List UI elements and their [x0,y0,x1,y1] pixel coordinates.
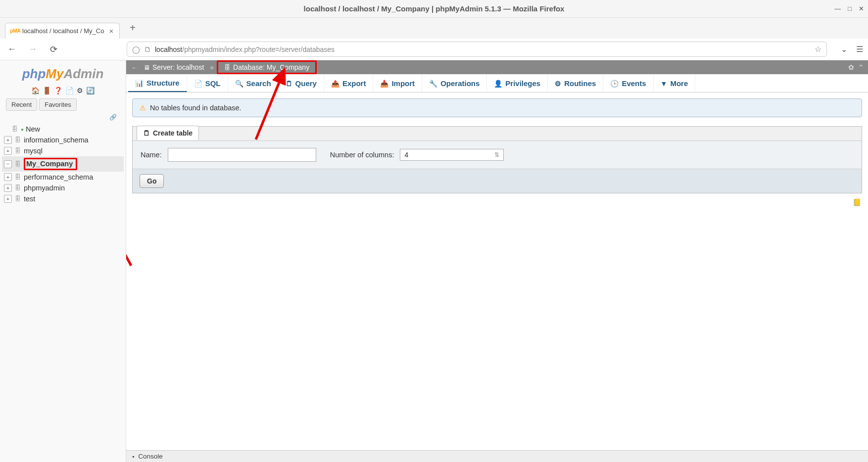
create-table-header: 🗒 Create table [137,126,199,140]
bookmark-star-icon[interactable]: ☆ [815,45,821,54]
warning-icon: ⚠ [140,104,146,112]
tab-search[interactable]: 🔍Search [228,74,279,92]
tab-structure[interactable]: 📊Structure [128,74,187,92]
breadcrumb-tools: ✿ ⌃ [848,63,864,71]
create-table-footer: Go [133,169,862,193]
sidebar: phpMyAdmin 🏠 🚪 ❓ 📄 ⚙ 🔄 Recent Favorites … [0,60,126,462]
chevron-down-icon: ▼ [661,80,668,88]
search-icon: 🔍 [235,80,243,88]
logout-icon[interactable]: 🚪 [43,87,51,94]
db-item-mysql[interactable]: + 🗄 mysql [2,145,124,156]
new-db-item[interactable]: 🗄● New [2,124,124,135]
db-icon: 🗄 [14,147,22,154]
nav-back-button[interactable]: ← [5,43,19,56]
create-table-body: Name: Number of columns: 4 ⇅ [133,140,862,169]
link-icon[interactable]: 🔗 [0,114,126,124]
expand-icon[interactable]: + [4,195,12,203]
shield-icon: ◯ [132,46,140,53]
window-maximize-icon[interactable]: □ [848,5,852,12]
expand-icon[interactable]: + [4,136,12,144]
favorites-tab[interactable]: Favorites [39,98,76,111]
content: ← 🖥 Server: localhost » 🗄 Database: My_C… [126,60,868,462]
sql-tab-icon: 📄 [194,80,202,88]
recent-tab[interactable]: Recent [6,98,37,111]
server-icon: 🖥 [144,64,150,71]
window-titlebar: localhost / localhost / My_Company | php… [0,0,868,18]
db-icon: 🗄 [14,137,22,143]
gear-icon[interactable]: ✿ [848,63,854,71]
sql-icon[interactable]: 📄 [65,87,74,94]
browser-tab[interactable]: pMA localhost / localhost / My_Co × [5,23,120,39]
expand-icon[interactable]: + [4,147,12,155]
privileges-icon: 👤 [494,80,502,88]
db-item-information-schema[interactable]: + 🗄 information_schema [2,135,124,145]
browser-tab-title: localhost / localhost / My_Co [22,27,104,35]
collapse-icon[interactable]: − [4,160,12,168]
url-bar: ← → ⟳ ◯ 🗋 localhost/phpmyadmin/index.php… [0,39,868,60]
breadcrumb-database[interactable]: 🗄 Database: My_Company [221,62,312,72]
url-text: localhost/phpmyadmin/index.php?route=/se… [155,46,811,53]
breadcrumb-server[interactable]: 🖥 Server: localhost [141,62,207,72]
breadcrumb-collapse-icon[interactable]: ← [131,64,138,71]
url-field[interactable]: ◯ 🗋 localhost/phpmyadmin/index.php?route… [127,42,827,57]
sidebar-subtabs: Recent Favorites [0,98,126,114]
tab-export[interactable]: 📤Export [324,74,374,92]
new-tab-button[interactable]: + [125,20,141,36]
tab-query[interactable]: 🗒Query [279,74,324,92]
routines-icon: ⚙ [555,80,561,88]
operations-icon: 🔧 [429,80,437,88]
tab-operations[interactable]: 🔧Operations [422,74,487,92]
db-icon: 🗄 [14,195,22,202]
no-tables-message: ⚠ No tables found in database. [132,98,862,117]
columns-spinner[interactable]: 4 ⇅ [400,149,504,161]
cols-label: Number of columns: [330,151,394,159]
window-close-icon[interactable]: ✕ [859,5,864,12]
database-tree: 🗄● New + 🗄 information_schema + 🗄 mysql … [0,124,126,204]
menu-icon[interactable]: ☰ [856,45,863,54]
expand-icon[interactable]: + [4,173,12,181]
console-icon: ▪ [132,453,134,460]
db-item-phpmyadmin[interactable]: + 🗄 phpmyadmin [2,183,124,193]
nav-forward-button[interactable]: → [26,43,40,56]
docs-icon[interactable]: ❓ [54,87,62,94]
tab-privileges[interactable]: 👤Privileges [487,74,548,92]
create-table-form: Name: Number of columns: 4 ⇅ [141,148,854,162]
db-item-performance-schema[interactable]: + 🗄 performance_schema [2,172,124,183]
tab-routines[interactable]: ⚙Routines [548,74,603,92]
bookmark-marker-icon[interactable]: 📒 [126,198,868,206]
events-icon: 🕒 [610,80,619,88]
expand-icon[interactable]: + [4,184,12,192]
tab-import[interactable]: 📥Import [373,74,422,92]
collapse-up-icon[interactable]: ⌃ [858,63,864,71]
export-icon: 📤 [331,80,339,88]
db-item-my-company[interactable]: − 🗄 My_Company [2,156,124,172]
go-button[interactable]: Go [140,174,164,188]
db-item-test[interactable]: + 🗄 test [2,193,124,204]
db-icon: 🗄 [14,174,22,181]
db-icon: 🗄 [14,185,22,191]
table-name-input[interactable] [168,148,316,162]
plus-icon: ● [21,127,24,132]
console-bar[interactable]: ▪ Console [126,450,868,462]
pma-logo[interactable]: phpMyAdmin [0,63,126,85]
spinner-ctrl-icon[interactable]: ⇅ [494,151,499,158]
favicon-icon: pMA [11,27,19,35]
home-icon[interactable]: 🏠 [31,87,40,94]
nav-reload-button[interactable]: ⟳ [47,43,60,56]
import-icon: 📥 [380,80,388,88]
structure-icon: 📊 [135,79,144,87]
svg-line-1 [126,179,131,266]
tab-more[interactable]: ▼More [654,74,696,92]
tab-events[interactable]: 🕒Events [603,74,653,92]
settings-icon[interactable]: ⚙ [77,87,83,94]
main: phpMyAdmin 🏠 🚪 ❓ 📄 ⚙ 🔄 Recent Favorites … [0,60,868,462]
page-icon: 🗋 [144,46,151,53]
database-icon: 🗄 [224,64,231,71]
sidebar-quick-icons: 🏠 🚪 ❓ 📄 ⚙ 🔄 [0,85,126,98]
tab-sql[interactable]: 📄SQL [187,74,228,92]
pocket-icon[interactable]: ⌄ [841,45,847,54]
tab-close-icon[interactable]: × [109,27,113,35]
reload-tree-icon[interactable]: 🔄 [86,87,95,94]
db-icon: 🗄 [11,126,19,133]
window-minimize-icon[interactable]: — [834,5,841,12]
